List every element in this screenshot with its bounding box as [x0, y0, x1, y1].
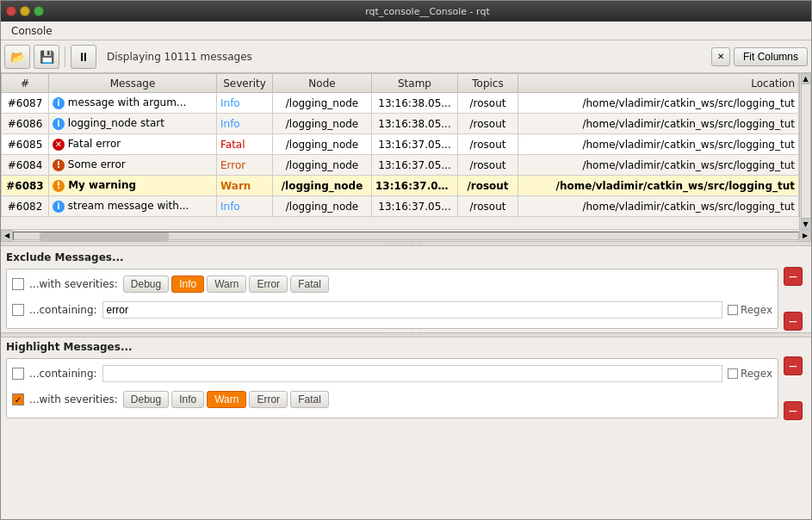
exclude-severity-label: ...with severities:: [29, 278, 118, 290]
cell-location: /home/vladimir/catkin_ws/src/logging_tut: [518, 134, 799, 155]
cell-num: #6082: [2, 196, 49, 217]
cell-message: i stream message with...: [49, 196, 217, 217]
highlight-row2-remove-button[interactable]: −: [784, 401, 803, 420]
highlight-severity-btn-debug[interactable]: Debug: [123, 391, 169, 408]
scroll-down-button[interactable]: ▼: [801, 219, 811, 229]
cell-stamp: 13:16:38.05...: [372, 93, 458, 114]
exclude-contain-checkbox[interactable]: [12, 304, 24, 316]
icon-warn: !: [53, 180, 65, 192]
scroll-track[interactable]: [801, 84, 811, 219]
exclude-severity-checkbox[interactable]: [12, 278, 24, 290]
highlight-severity-btn-info[interactable]: Info: [171, 391, 204, 408]
exclude-side-buttons: − −: [784, 267, 803, 331]
cell-topics: /rosout: [458, 176, 518, 196]
toolbar-pause-button[interactable]: ⏸: [71, 45, 96, 69]
col-header-message: Message: [49, 74, 217, 93]
table-body-area: # Message Severity Node Stamp Topics Loc…: [1, 73, 811, 229]
highlight-section: Highlight Messages... ...containing: Reg…: [6, 341, 778, 418]
icon-fatal: ✕: [53, 139, 65, 151]
close-window-button[interactable]: [6, 6, 16, 16]
hscroll-thumb: [40, 232, 169, 241]
col-header-severity: Severity: [217, 74, 273, 93]
highlight-contain-checkbox[interactable]: [12, 368, 24, 380]
cell-severity: Info: [217, 93, 273, 114]
hscroll-track[interactable]: [13, 232, 799, 240]
cell-num: #6083: [2, 176, 49, 196]
cell-location: /home/vladimir/catkin_ws/src/logging_tut: [518, 155, 799, 176]
titlebar: rqt_console__Console - rqt: [1, 1, 811, 22]
table-row[interactable]: #6084! Some errorError/logging_node13:16…: [2, 155, 799, 176]
table-row[interactable]: #6086i logging_node startInfo/logging_no…: [2, 114, 799, 134]
cell-location: /home/vladimir/catkin_ws/src/logging_tut: [518, 93, 799, 114]
exclude-severity-btn-error[interactable]: Error: [249, 275, 288, 293]
exclude-severity-row: ...with severities: DebugInfoWarnErrorFa…: [12, 273, 772, 295]
filter-panels: Exclude Messages... ...with severities: …: [1, 246, 811, 519]
exclude-severity-btn-debug[interactable]: Debug: [123, 275, 169, 293]
cell-num: #6086: [2, 114, 49, 134]
table-row[interactable]: #6082i stream message with...Info/loggin…: [2, 196, 799, 217]
highlight-severity-btn-fatal[interactable]: Fatal: [290, 391, 329, 408]
highlight-regex-checkbox[interactable]: [728, 368, 738, 379]
exclude-regex-check: Regex: [728, 304, 772, 316]
splitter-2-handle: · · · · ·: [388, 331, 424, 339]
minimize-window-button[interactable]: [20, 6, 30, 16]
maximize-window-button[interactable]: [34, 6, 44, 16]
highlight-severity-btn-warn[interactable]: Warn: [207, 391, 246, 408]
cell-topics: /rosout: [458, 196, 518, 217]
table-vertical-scrollbar[interactable]: ▲ ▼: [799, 73, 811, 229]
exclude-severity-btn-warn[interactable]: Warn: [207, 275, 246, 293]
scroll-up-button[interactable]: ▲: [801, 73, 811, 84]
exclude-severity-btn-info[interactable]: Info: [171, 275, 204, 293]
cell-message: i message with argum...: [49, 93, 217, 114]
splitter-2[interactable]: · · · · ·: [1, 332, 811, 337]
main-content: # Message Severity Node Stamp Topics Loc…: [1, 73, 811, 519]
menu-console[interactable]: Console: [4, 23, 59, 39]
cell-node: /logging_node: [273, 155, 372, 176]
col-header-stamp: Stamp: [372, 74, 458, 93]
table-scroll-body: # Message Severity Node Stamp Topics Loc…: [1, 73, 799, 229]
exclude-regex-label: Regex: [741, 304, 772, 316]
cell-node: /logging_node: [273, 196, 372, 217]
highlight-row1-remove-button[interactable]: −: [784, 356, 803, 375]
cell-severity: Info: [217, 114, 273, 134]
highlight-severity-checkbox[interactable]: ✓: [12, 393, 24, 405]
table-horizontal-scrollbar[interactable]: ◀ ▶: [1, 229, 811, 241]
scroll-left-button[interactable]: ◀: [1, 230, 13, 242]
exclude-row2-remove-button[interactable]: −: [784, 312, 803, 331]
highlight-contain-input[interactable]: [102, 365, 722, 382]
table-row[interactable]: #6087i message with argum...Info/logging…: [2, 93, 799, 114]
icon-info: i: [53, 118, 65, 130]
toolbar-save-button[interactable]: 💾: [34, 45, 59, 69]
scroll-right-button[interactable]: ▶: [799, 230, 811, 242]
table-row[interactable]: #6083! My warningWarn/logging_node13:16:…: [2, 176, 799, 196]
table-row[interactable]: #6085✕ Fatal errorFatal/logging_node13:1…: [2, 134, 799, 155]
col-header-node: Node: [273, 74, 372, 93]
exclude-regex-checkbox[interactable]: [728, 305, 738, 315]
cell-num: #6085: [2, 134, 49, 155]
app-window: rqt_console__Console - rqt Console 📂 💾 ⏸…: [0, 0, 812, 520]
highlight-severity-btn-error[interactable]: Error: [249, 391, 288, 408]
highlight-severity-buttons: DebugInfoWarnErrorFatal: [123, 391, 329, 408]
cell-location: /home/vladimir/catkin_ws/src/logging_tut: [518, 176, 799, 196]
cell-node: /logging_node: [273, 176, 372, 196]
exclude-contain-row: ...containing: Regex: [12, 299, 772, 321]
col-header-num: #: [2, 74, 49, 93]
toolbar-open-button[interactable]: 📂: [4, 45, 30, 69]
clear-button[interactable]: ✕: [711, 47, 730, 66]
table-body: #6087i message with argum...Info/logging…: [2, 93, 799, 217]
highlight-severity-row: ✓ ...with severities: DebugInfoWarnError…: [12, 388, 772, 411]
cell-stamp: 13:16:37.05...: [372, 155, 458, 176]
cell-stamp: 13:16:37.05...: [372, 196, 458, 217]
display-count-label: Displaying 10111 messages: [100, 51, 259, 63]
fit-columns-button[interactable]: Fit Columns: [734, 47, 808, 66]
message-table-container: # Message Severity Node Stamp Topics Loc…: [1, 73, 811, 241]
icon-info: i: [53, 201, 65, 213]
cell-topics: /rosout: [458, 155, 518, 176]
cell-message: ! My warning: [49, 176, 217, 196]
exclude-severity-btn-fatal[interactable]: Fatal: [290, 275, 329, 293]
exclude-section: Exclude Messages... ...with severities: …: [6, 251, 778, 329]
cell-message: ! Some error: [49, 155, 217, 176]
highlight-regex-check: Regex: [728, 368, 772, 380]
exclude-row1-remove-button[interactable]: −: [784, 267, 803, 286]
exclude-contain-input[interactable]: [102, 301, 722, 319]
